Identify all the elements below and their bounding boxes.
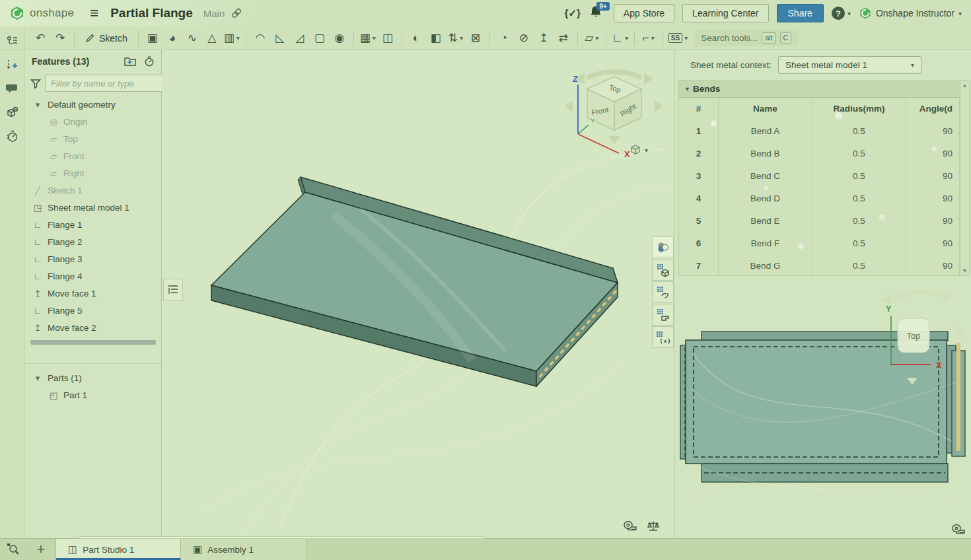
sheet-metal-mode-icon[interactable]: SS▾: [667, 28, 689, 48]
view-folded-icon[interactable]: [652, 281, 674, 303]
undo-icon[interactable]: ↶: [30, 28, 50, 48]
app-store-button[interactable]: App Store: [614, 4, 674, 22]
transform-icon[interactable]: ⇅▾: [446, 28, 466, 48]
delete-face-icon[interactable]: ⊘: [514, 28, 534, 48]
chamfer-icon[interactable]: ◺: [270, 28, 290, 48]
model-viewport[interactable]: Top Front Right Z X Y ▾: [162, 50, 674, 538]
fillet-icon[interactable]: ◠: [250, 28, 270, 48]
feature-item[interactable]: ▱ Front: [25, 147, 161, 164]
mass-properties-icon[interactable]: [647, 520, 660, 532]
delete-part-icon[interactable]: ⊠: [466, 28, 486, 48]
boolean-icon[interactable]: ◐: [406, 28, 426, 48]
search-tools-input[interactable]: Search tools...altC: [694, 30, 798, 46]
revolve-icon[interactable]: ◕: [162, 28, 182, 48]
feature-item[interactable]: ↥ Move face 2: [25, 319, 161, 336]
render-state-icon[interactable]: [652, 236, 674, 258]
split-icon[interactable]: ◧: [426, 28, 446, 48]
bend-radius: 0.5: [812, 120, 906, 142]
bend-row[interactable]: 7 Bend G 0.5 90: [679, 254, 960, 277]
thicken-icon[interactable]: ▥▾: [222, 28, 242, 48]
feature-item[interactable]: ∟ Flange 4: [25, 267, 161, 285]
surface-icon[interactable]: ▱▾: [582, 28, 602, 48]
notifications-button[interactable]: 9+: [589, 5, 606, 22]
bend-row[interactable]: 3 Bend C 0.5 90: [679, 164, 960, 187]
tape-measure-icon[interactable]: [951, 524, 966, 534]
feature-item-label: Sheet metal model 1: [48, 203, 129, 213]
extrude-icon[interactable]: ▣: [143, 28, 162, 48]
sheet-metal-context-select[interactable]: Sheet metal model 1 ▾: [778, 56, 921, 74]
share-link-icon[interactable]: [231, 8, 242, 18]
sweep-icon[interactable]: ∿: [182, 28, 202, 48]
view-cube[interactable]: Top Front Right Z X Y: [558, 65, 667, 180]
feature-item[interactable]: ∟ Flange 3: [25, 250, 161, 267]
loft-icon[interactable]: △: [202, 28, 222, 48]
feature-item[interactable]: ◎ Origin: [25, 113, 161, 130]
draft-icon[interactable]: ◿: [290, 28, 310, 48]
learning-cube-icon[interactable]: ?: [3, 103, 22, 122]
onshape-logo[interactable]: onshape: [9, 5, 74, 21]
help-menu[interactable]: ? ▾: [832, 7, 851, 20]
bend-row[interactable]: 6 Bend F 0.5 90: [679, 232, 960, 254]
sheet-metal-flange-icon[interactable]: ∟▾: [610, 28, 630, 48]
view-flat-icon[interactable]: [652, 304, 674, 326]
comments-icon[interactable]: [3, 79, 22, 98]
share-button[interactable]: Share: [777, 4, 824, 22]
hole-icon[interactable]: ◉: [330, 28, 349, 48]
feature-item[interactable]: ◳ Sheet metal model 1: [25, 199, 161, 216]
document-title[interactable]: Partial Flange: [110, 6, 193, 20]
insert-plus-icon[interactable]: [3, 55, 22, 74]
feature-item[interactable]: ▱ Right: [25, 164, 161, 182]
move-face-icon[interactable]: ↥: [534, 28, 554, 48]
document-menu-icon[interactable]: ≡: [90, 6, 98, 20]
feature-script-icon[interactable]: {✓}: [565, 7, 581, 19]
sketch-button[interactable]: Sketch: [79, 28, 134, 48]
feature-item[interactable]: ▱ Top: [25, 130, 161, 147]
mirror-icon[interactable]: ◫: [378, 28, 398, 48]
scroll-down-icon[interactable]: ▼: [962, 267, 968, 274]
bend-annotation-icon[interactable]: x: [652, 326, 674, 348]
modify-fillet-icon[interactable]: ◔: [494, 28, 514, 48]
learning-center-button[interactable]: Learning Center: [682, 4, 768, 22]
add-tab-button[interactable]: +: [26, 539, 55, 560]
toolbar-divider: [74, 30, 75, 46]
feature-item[interactable]: ∟ Flange 2: [25, 233, 161, 250]
performance-icon[interactable]: [3, 127, 22, 145]
user-name: Onshape Instructor: [876, 8, 954, 18]
bend-row[interactable]: 2 Bend B 0.5 90: [679, 142, 960, 164]
view-3d-and-flat-icon[interactable]: [652, 259, 674, 281]
workspace-branch[interactable]: Main: [203, 8, 225, 19]
filter-funnel-icon[interactable]: [30, 79, 41, 88]
feature-item[interactable]: ∟ Flange 1: [25, 216, 161, 233]
doc-tab[interactable]: ▣ Assembly 1: [181, 539, 306, 560]
bends-section-header[interactable]: ▾ Bends: [679, 81, 969, 98]
feature-item[interactable]: ╱ Sketch 1: [25, 182, 161, 199]
redo-icon[interactable]: ↷: [50, 28, 70, 48]
rollback-bar[interactable]: [30, 340, 156, 345]
shell-icon[interactable]: ▢: [310, 28, 330, 48]
feature-list-toggle[interactable]: [163, 279, 183, 301]
part-item[interactable]: ◰ Part 1: [25, 386, 161, 403]
feature-item[interactable]: ↥ Move face 1: [25, 285, 161, 302]
create-folder-icon[interactable]: [124, 56, 136, 67]
feature-filter-input[interactable]: [45, 75, 174, 92]
linear-pattern-icon[interactable]: ▦▾: [358, 28, 378, 48]
bend-row[interactable]: 4 Bend D 0.5 90: [679, 187, 960, 209]
view-cube-menu[interactable]: ▾: [629, 144, 648, 156]
tape-measure-icon[interactable]: [623, 520, 637, 532]
bends-scrollbar[interactable]: ▲ ▼: [960, 81, 969, 275]
flat-view-cube[interactable]: Y X Top: [873, 285, 971, 394]
doc-tab[interactable]: ◫ Part Studio 1: [55, 539, 181, 560]
parts-group-header[interactable]: ▾ Parts (1): [25, 369, 161, 386]
pencil-icon: [85, 33, 95, 43]
bend-row[interactable]: 1 Bend A 0.5 90: [679, 120, 960, 142]
rollback-timer-icon[interactable]: [144, 56, 155, 67]
search-tabs-icon[interactable]: [0, 539, 26, 560]
feature-item[interactable]: ∟ Flange 5: [25, 302, 161, 319]
account-menu[interactable]: Onshape Instructor ▾: [859, 7, 962, 20]
version-history-icon[interactable]: [3, 32, 22, 50]
sheet-metal-tab-icon[interactable]: ⌐▾: [639, 28, 659, 48]
bend-row[interactable]: 5 Bend E 0.5 90: [679, 209, 960, 232]
replace-face-icon[interactable]: ⇄: [554, 28, 573, 48]
scroll-up-icon[interactable]: ▲: [962, 82, 968, 88]
feature-item[interactable]: ▾ Default geometry: [25, 96, 161, 113]
